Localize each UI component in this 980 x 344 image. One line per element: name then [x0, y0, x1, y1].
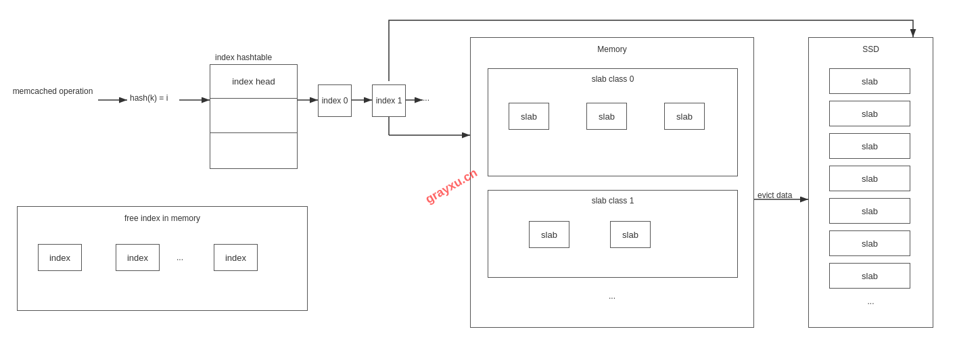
evict-data-label: evict data [757, 191, 792, 200]
index-1-box: index 1 [372, 84, 406, 117]
free-index-last: index [214, 244, 258, 271]
hashtable-row-3 [210, 133, 297, 168]
memory-label: Memory [597, 45, 626, 54]
diagram: memcached operation hash(k) = i index ha… [0, 0, 980, 344]
free-index-0: index [38, 244, 82, 271]
slab-1-1: slab [610, 221, 651, 248]
ellipsis-top: ... [423, 93, 429, 103]
slab-class-0-box: slab class 0 slab slab slab [488, 68, 738, 176]
free-index-label: free index in memory [124, 214, 200, 223]
ssd-slab-3: slab [829, 166, 910, 191]
hash-formula-label: hash(k) = i [130, 93, 168, 103]
index-0-box: index 0 [318, 84, 352, 117]
ssd-slab-2: slab [829, 133, 910, 159]
memcached-operation-label: memcached operation [5, 87, 100, 96]
ssd-slab-4: slab [829, 198, 910, 224]
slab-0-2: slab [664, 103, 705, 130]
ssd-slab-5: slab [829, 230, 910, 256]
index-head-row: index head [210, 65, 297, 99]
slab-0-0: slab [509, 103, 549, 130]
free-index-ellipsis: ... [177, 253, 183, 262]
slab-class-0-label: slab class 0 [592, 74, 634, 84]
slab-class-1-box: slab class 1 slab slab [488, 190, 738, 278]
slab-1-0: slab [529, 221, 569, 248]
index-hashtable-box: index head [210, 64, 298, 169]
ssd-slab-1: slab [829, 101, 910, 126]
ssd-slab-6: slab [829, 263, 910, 289]
memory-box: Memory slab class 0 slab slab slab slab … [470, 37, 754, 328]
ssd-label: SSD [862, 45, 879, 54]
ssd-slab-0: slab [829, 68, 910, 94]
free-index-1: index [116, 244, 160, 271]
free-index-box: free index in memory index index ... ind… [17, 206, 308, 311]
index-hashtable-label: index hashtable [215, 53, 272, 62]
hashtable-row-2 [210, 99, 297, 132]
slab-0-1: slab [586, 103, 627, 130]
slab-class-1-label: slab class 1 [592, 196, 634, 205]
ssd-ellipsis: ... [867, 297, 874, 306]
ssd-box: SSD slab slab slab slab slab slab slab .… [808, 37, 933, 328]
memory-ellipsis: ... [609, 291, 615, 301]
